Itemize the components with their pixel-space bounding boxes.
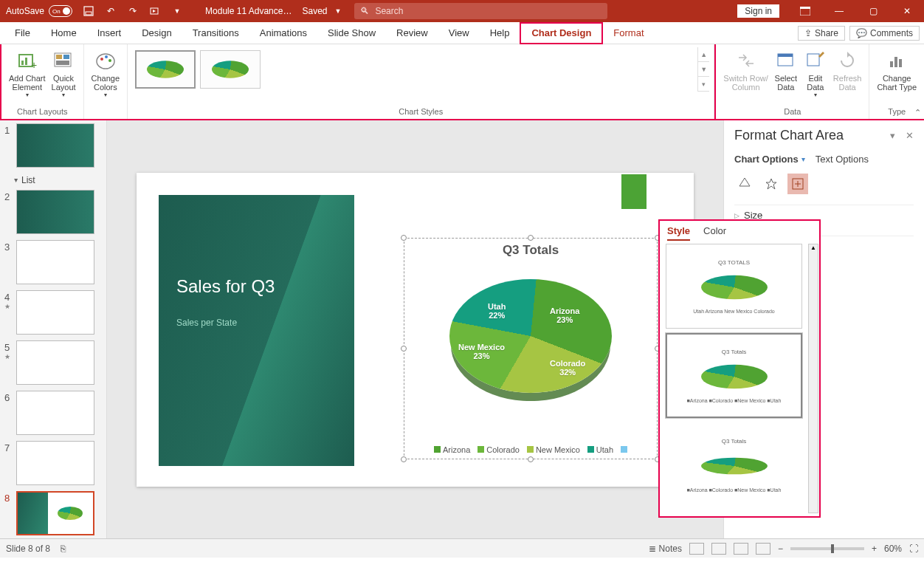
thumb-slide-3[interactable]: 3 [4, 240, 102, 284]
menu-chart-design[interactable]: Chart Design [520, 22, 603, 44]
undo-icon[interactable]: ↶ [105, 5, 117, 17]
menu-insert[interactable]: Insert [87, 22, 132, 44]
edit-data-button[interactable]: Edit Data▾ [801, 47, 830, 100]
maximize-icon[interactable]: ▢ [856, 0, 890, 22]
flyout-tab-style[interactable]: Style [667, 225, 690, 241]
chart-style-1[interactable] [135, 50, 196, 89]
menu-review[interactable]: Review [386, 22, 438, 44]
svg-point-15 [105, 55, 108, 58]
zoom-in-icon[interactable]: + [872, 544, 877, 554]
notes-icon: ≣ [649, 544, 656, 554]
search-icon: 🔍︎ [360, 6, 369, 16]
flyout-style-list[interactable]: Q3 TOTALSUtah Arizona New Mexico Colorad… [660, 241, 819, 516]
svg-rect-4 [800, 7, 810, 9]
thumb-slide-7[interactable]: 7 [4, 441, 102, 485]
ribbon-display-options-icon[interactable] [788, 0, 822, 22]
menu-slideshow[interactable]: Slide Show [317, 22, 386, 44]
flyout-tab-color[interactable]: Color [703, 225, 726, 241]
slide-title-block[interactable]: Sales for Q3 Sales per State [159, 195, 354, 466]
flyout-style-1[interactable]: Q3 TOTALSUtah Arizona New Mexico Colorad… [666, 244, 802, 329]
quick-access-toolbar: ↶ ↷ ▼ [83, 5, 183, 17]
ribbon-group-chart-styles: ▲ ▼ ▾ Chart Styles [127, 44, 714, 119]
svg-point-16 [108, 59, 111, 62]
thumb-slide-5[interactable]: 5★ [4, 340, 102, 385]
fill-line-icon[interactable] [734, 174, 755, 194]
change-colors-button[interactable]: Change Colors▾ [89, 47, 123, 100]
svg-rect-1 [86, 12, 92, 15]
chart-style-flyout: Style Color Q3 TOTALSUtah Arizona New Me… [658, 219, 821, 518]
close-icon[interactable]: ✕ [890, 0, 924, 22]
menu-animations[interactable]: Animations [249, 22, 317, 44]
thumb-slide-2[interactable]: 2 [4, 190, 102, 234]
size-properties-icon[interactable] [787, 174, 808, 194]
minimize-icon[interactable]: — [822, 0, 856, 22]
flyout-style-3[interactable]: Q3 Totals■Arizona ■Colorado ■New Mexico … [666, 422, 802, 507]
refresh-data-button: Refresh Data [830, 47, 865, 100]
menu-home[interactable]: Home [41, 22, 87, 44]
title-bar: AutoSave On ↶ ↷ ▼ Module 11 Advance… Sav… [0, 0, 924, 22]
scroll-up-icon[interactable]: ▲ [698, 47, 709, 62]
select-data-button[interactable]: Select Data [771, 47, 801, 100]
flyout-scrollbar[interactable]: ▲ [808, 244, 818, 513]
add-chart-element-button[interactable]: + Add Chart Element▾ [6, 47, 49, 100]
slide-editor[interactable]: Sales for Q3 Sales per State Q3 Totals U… [107, 120, 723, 538]
thumb-section-list[interactable]: List [4, 174, 102, 190]
change-chart-type-button[interactable]: Change Chart Type [874, 47, 920, 93]
menu-format[interactable]: Format [603, 22, 654, 44]
autosave-toggle[interactable]: On [49, 5, 72, 17]
pane-close-icon[interactable]: ✕ [906, 130, 914, 141]
slide-counter[interactable]: Slide 8 of 8 [6, 544, 50, 554]
menu-transitions[interactable]: Transitions [182, 22, 249, 44]
text-options-tab[interactable]: Text Options [816, 154, 869, 165]
scroll-down-icon[interactable]: ▼ [698, 62, 709, 77]
effects-icon[interactable] [761, 174, 782, 194]
thumb-image [16, 123, 94, 168]
slideshow-view-icon[interactable] [756, 543, 770, 555]
save-icon[interactable] [83, 5, 94, 17]
reading-view-icon[interactable] [734, 543, 748, 555]
menu-file[interactable]: File [4, 22, 41, 44]
zoom-slider[interactable] [790, 547, 864, 550]
status-bar: Slide 8 of 8 ⎘ ≣Notes − + 60% ⛶ [0, 538, 924, 558]
start-from-beginning-icon[interactable] [149, 5, 161, 17]
accessibility-icon[interactable]: ⎘ [61, 544, 66, 554]
pie-label-colorado: Colorado32% [550, 359, 585, 377]
menu-view[interactable]: View [438, 22, 480, 44]
share-button[interactable]: ⇪Share [798, 26, 845, 41]
expand-gallery-icon[interactable]: ▾ [698, 77, 709, 92]
notes-button[interactable]: ≣Notes [649, 544, 682, 554]
thumb-slide-4[interactable]: 4★ [4, 290, 102, 335]
zoom-out-icon[interactable]: − [778, 544, 783, 554]
thumb-slide-8[interactable]: 8 [4, 491, 102, 535]
quick-layout-button[interactable]: Quick Layout▾ [49, 47, 79, 100]
redo-icon[interactable]: ↷ [127, 5, 139, 17]
collapse-ribbon-icon[interactable]: ⌃ [914, 108, 921, 117]
menu-design[interactable]: Design [131, 22, 182, 44]
pie-label-arizona: Arizona23% [550, 306, 579, 323]
slide-sorter-view-icon[interactable] [711, 543, 726, 555]
comments-icon: 💬 [856, 28, 867, 38]
slide-thumbnail-panel[interactable]: 1 List 2 3 4★ 5★ 6 7 8 [0, 120, 107, 538]
flyout-style-2[interactable]: Q3 Totals■Arizona ■Colorado ■New Mexico … [666, 333, 802, 418]
qat-dropdown-icon[interactable]: ▼ [171, 5, 183, 17]
thumb-slide-1[interactable]: 1 [4, 123, 102, 168]
chart-area[interactable]: Q3 Totals Utah22% Arizona23% Colorado32%… [404, 238, 658, 459]
svg-rect-19 [807, 54, 819, 66]
zoom-level[interactable]: 60% [884, 544, 902, 554]
svg-rect-6 [21, 61, 24, 65]
doc-title-dropdown-icon[interactable]: ▼ [335, 7, 342, 15]
menu-help[interactable]: Help [480, 22, 520, 44]
chart-legend: Arizona Colorado New Mexico Utah [404, 445, 657, 454]
chart-options-tab[interactable]: Chart Options▾ [734, 154, 805, 165]
fit-to-window-icon[interactable]: ⛶ [909, 544, 918, 554]
normal-view-icon[interactable] [689, 543, 704, 555]
sign-in-button[interactable]: Sign in [737, 4, 779, 18]
search-box[interactable]: 🔍︎ Search [354, 3, 607, 19]
pie-chart: Utah22% Arizona23% Colorado32% New Mexic… [442, 284, 619, 388]
thumb-slide-6[interactable]: 6 [4, 391, 102, 435]
svg-point-14 [100, 58, 103, 61]
quick-layout-icon [52, 49, 75, 72]
pane-options-icon[interactable]: ▾ [890, 130, 895, 141]
comments-button[interactable]: 💬Comments [849, 26, 920, 41]
chart-style-2[interactable] [200, 50, 261, 89]
